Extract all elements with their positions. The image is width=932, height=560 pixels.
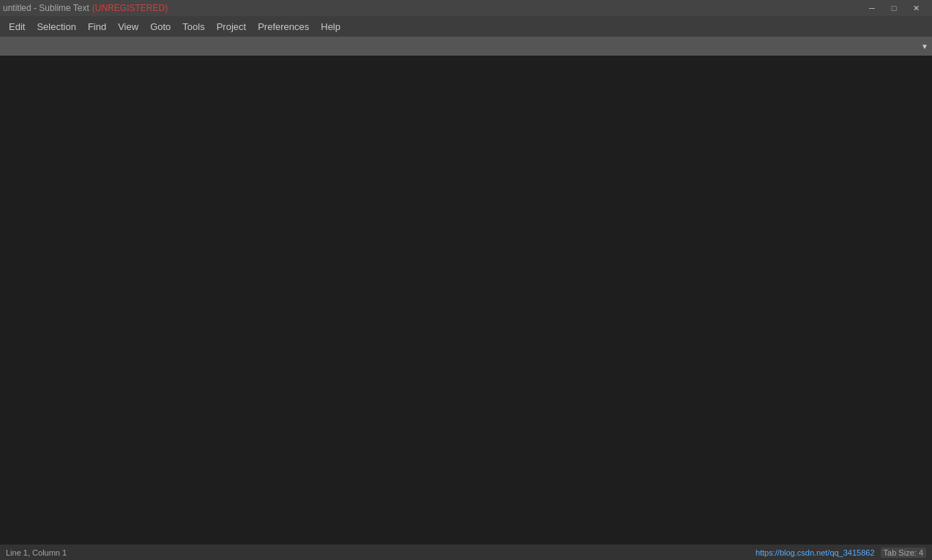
- tab-bar: ▼: [0, 37, 932, 56]
- unregistered-label: (UNREGISTERED): [92, 3, 168, 13]
- menu-item-edit[interactable]: Edit: [3, 18, 31, 35]
- app-title: untitled - Sublime Text: [3, 3, 89, 13]
- menu-item-find[interactable]: Find: [82, 18, 112, 35]
- menu-item-goto[interactable]: Goto: [144, 18, 176, 35]
- minimize-button[interactable]: ─: [862, 1, 882, 15]
- status-right: https://blog.csdn.net/qq_3415862 Tab Siz…: [756, 548, 926, 558]
- cursor-position: Line 1, Column 1: [6, 548, 67, 557]
- status-bar: Line 1, Column 1 https://blog.csdn.net/q…: [0, 544, 932, 560]
- status-link[interactable]: https://blog.csdn.net/qq_3415862: [756, 548, 875, 557]
- window-controls: ─ □ ✕: [862, 1, 926, 15]
- status-left: Line 1, Column 1: [6, 548, 67, 557]
- title-bar: untitled - Sublime Text (UNREGISTERED) ─…: [0, 0, 932, 16]
- close-button[interactable]: ✕: [906, 1, 926, 15]
- editor-area[interactable]: [0, 56, 932, 544]
- menu-item-selection[interactable]: Selection: [31, 18, 81, 35]
- menu-item-tools[interactable]: Tools: [176, 18, 210, 35]
- menu-item-preferences[interactable]: Preferences: [252, 18, 315, 35]
- tab-dropdown-button[interactable]: ▼: [917, 37, 932, 56]
- tab-size-indicator: Tab Size: 4: [881, 548, 926, 558]
- menu-item-view[interactable]: View: [112, 18, 144, 35]
- maximize-button[interactable]: □: [884, 1, 904, 15]
- title-text: untitled - Sublime Text (UNREGISTERED): [3, 3, 168, 13]
- menu-bar: EditSelectionFindViewGotoToolsProjectPre…: [0, 16, 932, 37]
- menu-item-project[interactable]: Project: [211, 18, 252, 35]
- menu-item-help[interactable]: Help: [315, 18, 346, 35]
